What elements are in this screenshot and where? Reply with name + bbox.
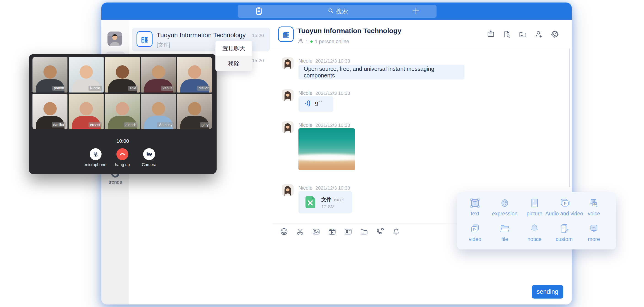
folder-icon[interactable]: [518, 30, 527, 40]
video-tile: stellar: [177, 57, 212, 92]
microphone-button[interactable]: [90, 148, 102, 160]
group-icon: [136, 31, 152, 47]
video-tile: ernest: [68, 94, 104, 129]
conversation-time: 15:20: [252, 58, 264, 63]
text-message: Open source, free, and universal instant…: [298, 65, 464, 79]
member-count: 1: [306, 39, 308, 44]
video-grid: patton Nicole zoie venus stellar danika: [32, 57, 212, 129]
message-time: 2021/12/3 10:33: [315, 185, 350, 191]
search-bar[interactable]: 搜索: [238, 5, 436, 18]
members-icon: [298, 38, 304, 45]
call-timer: 10:00: [29, 138, 216, 144]
mic-muted-icon: [92, 151, 99, 158]
folder-icon[interactable]: [360, 227, 368, 237]
voice-wave-icon: [304, 99, 312, 109]
panel-item-text[interactable]: text: [460, 195, 490, 221]
top-bar: 搜索: [101, 2, 572, 20]
panel-item-voice[interactable]: voice: [579, 195, 609, 221]
search-input[interactable]: 搜索: [328, 7, 348, 15]
search-icon: [328, 7, 334, 15]
plus-icon[interactable]: [412, 7, 420, 16]
online-status: 1 person online: [315, 39, 349, 44]
file-message[interactable]: 文件 .excel 12.8M: [298, 191, 352, 213]
message-time: 2021/12/3 10:33: [315, 122, 350, 128]
chat-title: Tuoyun Information Technology: [298, 27, 401, 35]
video-tile: Anthony: [141, 94, 176, 129]
panel-item-more[interactable]: more: [579, 221, 609, 247]
panel-item-audio-video[interactable]: Audio and video: [549, 195, 579, 221]
voice-tool-icon: [588, 197, 600, 210]
panel-item-custom[interactable]: custom: [549, 221, 579, 247]
video-tile: aldrich: [105, 94, 140, 129]
conversation-time: 15:20: [252, 33, 264, 38]
video-clip-icon[interactable]: [328, 227, 336, 237]
participant-name: patton: [52, 86, 66, 91]
hang-up-button[interactable]: [116, 148, 128, 160]
video-call-panel: patton Nicole zoie venus stellar danika: [29, 54, 216, 174]
online-dot: [310, 40, 312, 43]
camera-button[interactable]: [143, 148, 155, 160]
panel-item-file[interactable]: file: [490, 221, 520, 247]
screenshot-icon[interactable]: [296, 227, 304, 237]
menu-item-pin-chat[interactable]: 置顶聊天: [216, 41, 252, 56]
settings-icon[interactable]: [550, 30, 560, 40]
sender-name: Nicole: [298, 122, 312, 128]
avatar[interactable]: [282, 184, 294, 196]
contact-card-icon[interactable]: [344, 227, 352, 237]
file-ext: .excel: [333, 198, 344, 202]
audio-video-tool-icon: [558, 197, 570, 210]
chat-record-search-icon[interactable]: [502, 30, 511, 40]
sender-name: Nicole: [298, 185, 312, 191]
panel-item-expression[interactable]: expression: [490, 195, 520, 221]
emoji-icon[interactable]: [280, 227, 288, 237]
avatar[interactable]: [282, 57, 294, 69]
panel-item-video[interactable]: video: [460, 221, 490, 247]
video-tile: zoie: [105, 57, 140, 92]
participant-name: Nicole: [88, 86, 102, 91]
expression-tool-icon: [498, 197, 511, 210]
send-button[interactable]: sending: [532, 285, 563, 299]
camera-label: Camera: [133, 162, 165, 167]
file-name: 文件: [321, 197, 332, 202]
image-message[interactable]: [298, 128, 355, 170]
context-menu: 置顶聊天 移除: [216, 41, 252, 71]
image-icon[interactable]: [312, 227, 320, 237]
participant-name: gary: [200, 122, 210, 127]
video-tile: Nicole: [68, 57, 104, 92]
voice-message[interactable]: 9``: [298, 96, 334, 112]
more-tool-icon: [588, 222, 600, 235]
sender-name: Nicole: [298, 58, 312, 64]
hang-up-icon: [119, 151, 126, 158]
video-tile: gary: [177, 94, 212, 129]
participant-name: danika: [52, 122, 66, 127]
menu-item-remove[interactable]: 移除: [216, 56, 252, 71]
chat-header: Tuoyun Information Technology 1 1 person…: [272, 20, 572, 48]
user-avatar[interactable]: [108, 31, 122, 46]
custom-tool-icon: [558, 222, 570, 235]
sender-name: Nicole: [298, 90, 312, 96]
avatar[interactable]: [282, 121, 294, 133]
trends-label: trends: [101, 179, 129, 185]
chat-panel: Tuoyun Information Technology 1 1 person…: [272, 20, 572, 305]
panel-item-notice[interactable]: notice: [520, 221, 549, 247]
video-tile: patton: [32, 57, 68, 92]
panel-item-picture[interactable]: picture: [520, 195, 549, 221]
message-time: 2021/12/3 10:33: [315, 90, 350, 96]
add-member-icon[interactable]: [534, 30, 544, 40]
conversation-title: Tuoyun Information Technology: [157, 31, 246, 39]
camera-muted-icon: [146, 151, 152, 158]
participant-name: venus: [161, 86, 174, 91]
file-size: 12.8M: [321, 204, 334, 210]
video-tile: venus: [141, 57, 176, 92]
notes-icon[interactable]: [254, 6, 264, 17]
announcement-icon[interactable]: [486, 30, 495, 40]
video-tile: danika: [32, 94, 68, 129]
scrollbar[interactable]: [569, 48, 570, 187]
video-call-icon[interactable]: [376, 227, 384, 237]
picture-tool-icon: [528, 197, 541, 210]
notice-icon[interactable]: [392, 227, 400, 237]
voice-duration: 9``: [315, 100, 322, 108]
avatar[interactable]: [282, 89, 294, 101]
file-tool-icon: [498, 222, 511, 235]
message-type-panel: text expression picture: [457, 192, 616, 250]
